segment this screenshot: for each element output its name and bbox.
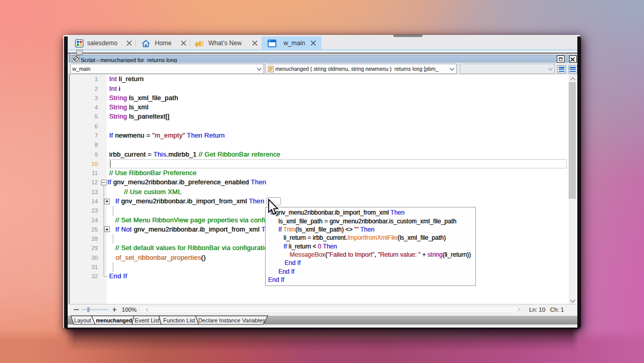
svg-text:Layout: Layout (74, 317, 91, 323)
svg-text:menuchanged: menuchanged (96, 317, 132, 323)
svg-text:Function List: Function List (163, 317, 195, 323)
svg-text:Declare Instance Variables: Declare Instance Variables (198, 317, 265, 323)
svg-text:Event List: Event List (135, 317, 159, 323)
